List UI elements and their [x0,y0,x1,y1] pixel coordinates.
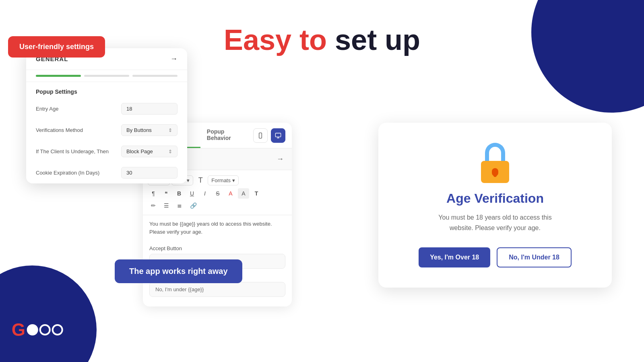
editor-body-text: You must be {{age}} years old to access … [149,220,285,236]
cookie-expiration-row: Cookie Expiration (In Days) 30 [26,162,187,183]
formats-select[interactable]: Formats ▾ [208,175,239,185]
text-size-big-button[interactable]: T [251,188,262,199]
italic-button[interactable]: I [199,188,211,199]
eraser-button[interactable]: ✏ [148,200,159,211]
app-works-button[interactable]: The app works right away [115,259,242,283]
link-button[interactable]: 🔗 [187,200,200,211]
cookie-expiration-label: Cookie Expiration (In Days) [36,170,121,176]
bg-circle-top-right [531,0,644,113]
text-highlight-button[interactable]: A [238,188,249,199]
text-color-button[interactable]: A [225,188,236,199]
title-normal: set up [327,24,420,56]
tab-popup-behavior[interactable]: Popup Behavior [200,123,253,148]
logo-dot-3 [52,324,63,335]
logo-dot-1 [27,324,38,335]
accept-button-label: Accept Button [149,245,285,251]
lock-icon-container [477,143,513,183]
verifications-select-arrow: ⇕ [168,128,172,133]
logo-g: G [12,320,25,340]
underage-action-label: If The Client Is Underage, Then [36,148,121,154]
underage-action-select[interactable]: Block Page ⇕ [121,146,178,157]
age-verification-buttons: Yes, I'm Over 18 No, I'm Under 18 [419,247,572,267]
settings-panel: GENERAL → Popup Settings Entry Age 18 Ve… [26,48,187,183]
progress-step-1 [36,75,81,77]
align-list-button[interactable]: ≣ [174,200,185,211]
user-friendly-settings-button[interactable]: User-friendly settings [8,36,105,58]
progress-bar [26,70,187,82]
underline-button[interactable]: U [186,188,198,199]
entry-age-label: Entry Age [36,106,121,112]
title-highlight: Easy to [224,24,327,56]
strikethrough-button[interactable]: S [212,188,223,199]
svg-rect-0 [259,133,262,138]
toolbar-row2: ¶ ❝ B U I S A A T [148,188,287,199]
mobile-view-button[interactable] [253,128,268,143]
logo-dots [27,324,63,335]
lock-icon [477,143,513,183]
cookie-expiration-value[interactable]: 30 [121,167,178,179]
underage-select-arrow: ⇕ [168,149,172,154]
bg-circle-bottom-left: G [0,265,97,362]
settings-arrow-icon[interactable]: → [170,55,178,63]
bold-button[interactable]: B [173,188,185,199]
no-button[interactable]: No, I'm Under 18 [497,247,572,267]
verifications-method-row: Verifications Method By Buttons ⇕ [26,119,187,141]
age-verification-card: Age Verification You must be 18 years ol… [378,123,612,288]
desktop-view-button[interactable] [271,128,285,143]
editor-content-area[interactable]: You must be {{age}} years old to access … [143,215,292,241]
yes-button[interactable]: Yes, I'm Over 18 [419,247,490,267]
reject-button-input[interactable] [149,282,285,297]
progress-step-2 [84,75,129,77]
age-verification-text: You must be 18 years old to access this … [435,212,555,233]
text-size-icon[interactable]: T [195,174,206,187]
logo-dot-2 [39,324,51,335]
underage-action-row: If The Client Is Underage, Then Block Pa… [26,141,187,162]
align-center-button[interactable]: ☰ [161,200,172,211]
progress-step-3 [132,75,178,77]
entry-age-value[interactable]: 18 [121,103,178,115]
age-verification-title: Age Verification [446,191,544,206]
paragraph-button[interactable]: ¶ [148,188,159,199]
blockquote-button[interactable]: ❝ [161,188,172,199]
verifications-method-select[interactable]: By Buttons ⇕ [121,124,178,136]
settings-section-title: Popup Settings [26,82,187,98]
entry-age-row: Entry Age 18 [26,98,187,119]
view-toggle [253,128,285,143]
toolbar-row3: ✏ ☰ ≣ 🔗 [148,200,287,211]
content-arrow-icon[interactable]: → [277,155,284,163]
svg-rect-2 [275,133,281,137]
verifications-method-label: Verifications Method [36,127,121,133]
